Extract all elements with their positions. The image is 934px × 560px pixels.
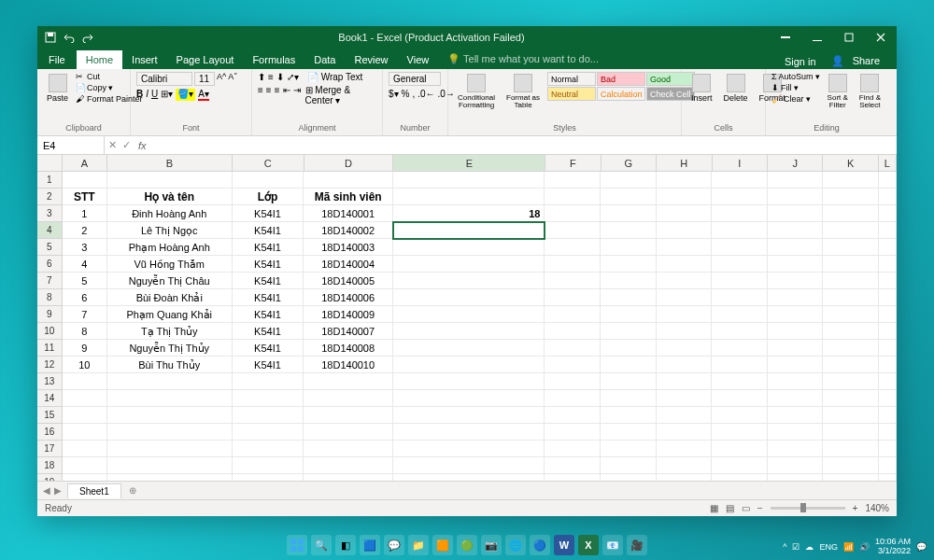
- cell-B16[interactable]: [107, 424, 233, 441]
- cell-J6[interactable]: [768, 256, 824, 273]
- cell-G7[interactable]: [601, 273, 657, 289]
- cell-K6[interactable]: [823, 256, 879, 273]
- row-header-1[interactable]: 1: [37, 172, 63, 189]
- cell-L8[interactable]: [879, 289, 897, 306]
- cell-H3[interactable]: [657, 205, 713, 222]
- cell-H14[interactable]: [657, 390, 713, 407]
- cell-F8[interactable]: [545, 289, 601, 306]
- cell-I8[interactable]: [712, 289, 768, 306]
- cell-G12[interactable]: [601, 357, 657, 373]
- clear-button[interactable]: 🧹 Clear ▾: [771, 94, 820, 104]
- tab-file[interactable]: File: [37, 50, 77, 69]
- cell-D17[interactable]: [304, 441, 393, 457]
- cell-E5[interactable]: [393, 239, 545, 256]
- cell-K2[interactable]: [823, 189, 879, 205]
- col-header-A[interactable]: A: [63, 155, 107, 171]
- cell-C4[interactable]: K54I1: [233, 222, 304, 239]
- explorer-icon[interactable]: 📁: [408, 535, 429, 555]
- enter-formula-icon[interactable]: ✓: [122, 139, 131, 151]
- select-all-corner[interactable]: [37, 155, 63, 171]
- align-middle-icon[interactable]: ≡: [268, 72, 274, 82]
- cell-D6[interactable]: 18D140004: [304, 256, 393, 273]
- cell-F12[interactable]: [545, 357, 601, 373]
- cell-F15[interactable]: [545, 407, 601, 424]
- cell-G4[interactable]: [601, 222, 657, 239]
- italic-button[interactable]: I: [146, 89, 149, 101]
- cell-C13[interactable]: [233, 373, 304, 390]
- row-header-7[interactable]: 7: [37, 273, 63, 289]
- col-header-G[interactable]: G: [601, 155, 657, 171]
- cell-C12[interactable]: K54I1: [233, 357, 304, 373]
- col-header-F[interactable]: F: [545, 155, 601, 171]
- cell-L6[interactable]: [879, 256, 897, 273]
- cell-D13[interactable]: [304, 373, 393, 390]
- cell-C2[interactable]: Lớp: [233, 189, 304, 205]
- row-header-14[interactable]: 14: [37, 390, 63, 407]
- zoom-slider[interactable]: [771, 507, 845, 510]
- cell-H12[interactable]: [657, 357, 713, 373]
- maximize-icon[interactable]: [833, 26, 865, 49]
- col-header-J[interactable]: J: [768, 155, 823, 171]
- cell-J16[interactable]: [768, 424, 824, 441]
- cell-E14[interactable]: [393, 390, 545, 407]
- cell-L18[interactable]: [879, 457, 897, 474]
- cancel-formula-icon[interactable]: ✕: [108, 139, 117, 151]
- col-header-E[interactable]: E: [393, 155, 545, 171]
- add-sheet-icon[interactable]: ⊕: [121, 485, 144, 496]
- cell-L10[interactable]: [879, 323, 897, 340]
- cell-L9[interactable]: [879, 306, 897, 323]
- cell-I13[interactable]: [712, 373, 768, 390]
- wifi-icon[interactable]: 📶: [843, 542, 854, 552]
- cell-D8[interactable]: 18D140006: [304, 289, 393, 306]
- cell-D10[interactable]: 18D140007: [304, 323, 393, 340]
- fill-button[interactable]: ⬇ Fill ▾: [771, 83, 820, 92]
- close-icon[interactable]: [865, 26, 897, 49]
- autosum-button[interactable]: Σ AutoSum ▾: [771, 72, 820, 81]
- cell-K9[interactable]: [823, 306, 879, 323]
- cell-H5[interactable]: [657, 239, 713, 256]
- tab-home[interactable]: Home: [77, 50, 122, 69]
- cell-K14[interactable]: [823, 390, 879, 407]
- cell-E10[interactable]: [393, 323, 545, 340]
- cell-B19[interactable]: [107, 474, 233, 481]
- cell-J3[interactable]: [768, 205, 824, 222]
- row-header-9[interactable]: 9: [37, 306, 63, 323]
- cell-C7[interactable]: K54I1: [233, 273, 304, 289]
- zoom-in-icon[interactable]: +: [853, 503, 858, 513]
- cell-E8[interactable]: [393, 289, 545, 306]
- cell-L1[interactable]: [879, 172, 897, 189]
- font-color-button[interactable]: A▾: [198, 89, 209, 101]
- save-icon[interactable]: [45, 32, 56, 43]
- cell-I12[interactable]: [712, 357, 768, 373]
- align-center-icon[interactable]: ≡: [266, 85, 272, 105]
- cell-K12[interactable]: [823, 357, 879, 373]
- col-header-I[interactable]: I: [713, 155, 768, 171]
- cell-E6[interactable]: [393, 256, 545, 273]
- cell-D7[interactable]: 18D140005: [304, 273, 393, 289]
- cell-E19[interactable]: [393, 474, 545, 481]
- cell-E13[interactable]: [393, 373, 545, 390]
- cell-F19[interactable]: [545, 474, 601, 481]
- cell-H18[interactable]: [657, 457, 713, 474]
- cell-J13[interactable]: [768, 373, 824, 390]
- bold-button[interactable]: B: [136, 89, 143, 101]
- cell-F18[interactable]: [545, 457, 601, 474]
- cell-I17[interactable]: [712, 441, 768, 457]
- cell-F14[interactable]: [545, 390, 601, 407]
- edge-icon[interactable]: 🌐: [505, 535, 526, 555]
- cell-C17[interactable]: [233, 441, 304, 457]
- row-header-13[interactable]: 13: [37, 373, 63, 390]
- cell-C15[interactable]: [233, 407, 304, 424]
- cell-F16[interactable]: [545, 424, 601, 441]
- view-pagelayout-icon[interactable]: ▤: [726, 503, 734, 513]
- cell-G5[interactable]: [601, 239, 657, 256]
- cell-H11[interactable]: [657, 340, 713, 357]
- tab-view[interactable]: View: [398, 50, 439, 69]
- cell-B15[interactable]: [107, 407, 233, 424]
- cell-K18[interactable]: [823, 457, 879, 474]
- insert-cells-button[interactable]: Insert: [687, 72, 716, 105]
- cell-A19[interactable]: [63, 474, 107, 481]
- fx-icon[interactable]: fx: [134, 140, 150, 151]
- undo-icon[interactable]: [64, 32, 75, 43]
- cell-C14[interactable]: [233, 390, 304, 407]
